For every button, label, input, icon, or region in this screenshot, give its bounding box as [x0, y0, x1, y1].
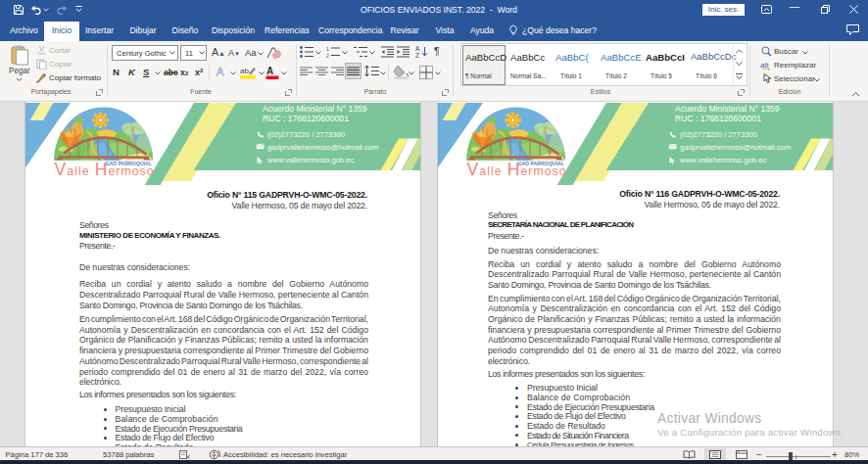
svg-text:www.vallehermoso.gob.ec: www.vallehermoso.gob.ec [266, 156, 354, 164]
svg-text:(02)2773220 / 2773300: (02)2773220 / 2773300 [680, 130, 757, 139]
svg-text:GAD PARROQUIAL: GAD PARROQUIAL [518, 161, 565, 166]
svg-text:A: A [266, 66, 273, 76]
svg-text:(02)2773220 / 2773300: (02)2773220 / 2773300 [267, 130, 345, 139]
svg-text:RUC : 1768120600001: RUC : 1768120600001 [675, 114, 761, 123]
svg-text:gadprvallehermoso@hotmail.com: gadprvallehermoso@hotmail.com [680, 143, 791, 152]
svg-text:Z: Z [415, 52, 419, 58]
svg-text:Acuerdo Ministerial N° 1359: Acuerdo Ministerial N° 1359 [263, 104, 367, 114]
svg-text:ab: ab [760, 61, 768, 70]
svg-text:A: A [415, 45, 420, 52]
svg-text:gadprvallehermoso@hotmail.com: gadprvallehermoso@hotmail.com [267, 143, 378, 152]
svg-text:1: 1 [326, 46, 329, 52]
svg-text:Acuerdo Ministerial N° 1359: Acuerdo Ministerial N° 1359 [675, 104, 780, 114]
svg-text:RUC : 1768120600001: RUC : 1768120600001 [263, 114, 349, 123]
svg-text:www.vallehermoso.gob.ec: www.vallehermoso.gob.ec [679, 156, 766, 164]
svg-text:2: 2 [326, 53, 329, 58]
svg-text:ab: ab [240, 67, 249, 75]
svg-text:GAD PARROQUIAL: GAD PARROQUIAL [106, 161, 153, 166]
